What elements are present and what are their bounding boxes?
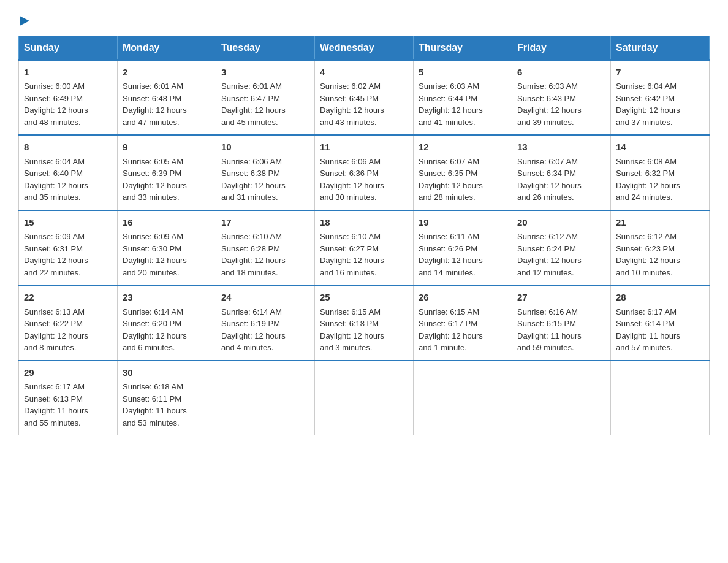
day-number: 15: [24, 216, 112, 230]
calendar-cell: 29Sunrise: 6:17 AMSunset: 6:13 PMDayligh…: [19, 361, 118, 435]
calendar-cell: 16Sunrise: 6:09 AMSunset: 6:30 PMDayligh…: [118, 210, 216, 286]
day-info: Sunrise: 6:16 AMSunset: 6:15 PMDaylight:…: [517, 307, 582, 353]
day-info: Sunrise: 6:10 AMSunset: 6:28 PMDaylight:…: [221, 232, 286, 277]
day-info: Sunrise: 6:06 AMSunset: 6:38 PMDaylight:…: [221, 157, 286, 202]
day-number: 1: [24, 66, 112, 80]
calendar-cell: 22Sunrise: 6:13 AMSunset: 6:22 PMDayligh…: [19, 285, 118, 361]
calendar-cell: 20Sunrise: 6:12 AMSunset: 6:24 PMDayligh…: [512, 210, 611, 286]
calendar-cell: 14Sunrise: 6:08 AMSunset: 6:32 PMDayligh…: [611, 135, 710, 210]
day-number: 11: [320, 140, 408, 155]
calendar-cell: 23Sunrise: 6:14 AMSunset: 6:20 PMDayligh…: [118, 285, 216, 361]
day-info: Sunrise: 6:08 AMSunset: 6:32 PMDaylight:…: [616, 157, 680, 202]
calendar-header-wednesday: Wednesday: [315, 36, 414, 60]
day-number: 20: [517, 216, 605, 230]
logo-arrow-icon: [20, 15, 32, 27]
day-number: 26: [419, 291, 507, 305]
calendar-cell: 28Sunrise: 6:17 AMSunset: 6:14 PMDayligh…: [611, 285, 710, 361]
day-number: 13: [517, 140, 605, 155]
calendar-cell: [315, 361, 414, 435]
calendar-cell: 11Sunrise: 6:06 AMSunset: 6:36 PMDayligh…: [315, 135, 414, 210]
calendar-cell: 19Sunrise: 6:11 AMSunset: 6:26 PMDayligh…: [414, 210, 512, 286]
calendar-header-saturday: Saturday: [611, 36, 710, 60]
day-info: Sunrise: 6:11 AMSunset: 6:26 PMDaylight:…: [419, 232, 483, 277]
calendar-header-row: SundayMondayTuesdayWednesdayThursdayFrid…: [19, 36, 710, 60]
day-number: 9: [123, 140, 211, 155]
calendar-cell: 2Sunrise: 6:01 AMSunset: 6:48 PMDaylight…: [118, 60, 216, 136]
day-info: Sunrise: 6:17 AMSunset: 6:13 PMDaylight:…: [24, 382, 88, 427]
day-number: 30: [123, 366, 211, 380]
day-info: Sunrise: 6:09 AMSunset: 6:31 PMDaylight:…: [24, 232, 88, 277]
calendar-cell: 21Sunrise: 6:12 AMSunset: 6:23 PMDayligh…: [611, 210, 710, 286]
day-info: Sunrise: 6:09 AMSunset: 6:30 PMDaylight:…: [123, 232, 187, 277]
calendar-week-row: 1Sunrise: 6:00 AMSunset: 6:49 PMDaylight…: [19, 60, 710, 136]
day-info: Sunrise: 6:12 AMSunset: 6:24 PMDaylight:…: [517, 232, 582, 277]
day-number: 19: [419, 216, 507, 230]
calendar-cell: 9Sunrise: 6:05 AMSunset: 6:39 PMDaylight…: [118, 135, 216, 210]
calendar-cell: 15Sunrise: 6:09 AMSunset: 6:31 PMDayligh…: [19, 210, 118, 286]
calendar-header-monday: Monday: [118, 36, 216, 60]
calendar-cell: 26Sunrise: 6:15 AMSunset: 6:17 PMDayligh…: [414, 285, 512, 361]
day-info: Sunrise: 6:07 AMSunset: 6:34 PMDaylight:…: [517, 157, 582, 202]
calendar-header-tuesday: Tuesday: [216, 36, 315, 60]
day-info: Sunrise: 6:03 AMSunset: 6:44 PMDaylight:…: [419, 82, 483, 127]
page-header: [18, 12, 710, 29]
calendar-table: SundayMondayTuesdayWednesdayThursdayFrid…: [18, 36, 710, 436]
calendar-cell: [216, 361, 315, 435]
day-info: Sunrise: 6:15 AMSunset: 6:17 PMDaylight:…: [419, 307, 483, 353]
day-number: 6: [517, 66, 605, 80]
day-number: 2: [123, 66, 211, 80]
day-number: 18: [320, 216, 408, 230]
calendar-week-row: 8Sunrise: 6:04 AMSunset: 6:40 PMDaylight…: [19, 135, 710, 210]
calendar-cell: [414, 361, 512, 435]
day-info: Sunrise: 6:00 AMSunset: 6:49 PMDaylight:…: [24, 82, 88, 127]
calendar-cell: 1Sunrise: 6:00 AMSunset: 6:49 PMDaylight…: [19, 60, 118, 136]
calendar-cell: 27Sunrise: 6:16 AMSunset: 6:15 PMDayligh…: [512, 285, 611, 361]
day-number: 29: [24, 366, 112, 380]
day-number: 23: [123, 291, 211, 305]
day-info: Sunrise: 6:01 AMSunset: 6:47 PMDaylight:…: [221, 82, 286, 127]
svg-marker-0: [20, 16, 29, 26]
day-info: Sunrise: 6:17 AMSunset: 6:14 PMDaylight:…: [616, 307, 680, 353]
day-info: Sunrise: 6:15 AMSunset: 6:18 PMDaylight:…: [320, 307, 384, 353]
day-info: Sunrise: 6:07 AMSunset: 6:35 PMDaylight:…: [419, 157, 483, 202]
calendar-week-row: 29Sunrise: 6:17 AMSunset: 6:13 PMDayligh…: [19, 361, 710, 435]
logo: [18, 12, 32, 29]
day-number: 5: [419, 66, 507, 80]
day-number: 27: [517, 291, 605, 305]
day-number: 10: [221, 140, 309, 155]
calendar-cell: 24Sunrise: 6:14 AMSunset: 6:19 PMDayligh…: [216, 285, 315, 361]
day-info: Sunrise: 6:05 AMSunset: 6:39 PMDaylight:…: [123, 157, 187, 202]
calendar-cell: [512, 361, 611, 435]
calendar-cell: [611, 361, 710, 435]
day-number: 7: [616, 66, 704, 80]
day-number: 3: [221, 66, 309, 80]
calendar-cell: 18Sunrise: 6:10 AMSunset: 6:27 PMDayligh…: [315, 210, 414, 286]
day-info: Sunrise: 6:12 AMSunset: 6:23 PMDaylight:…: [616, 232, 680, 277]
day-number: 17: [221, 216, 309, 230]
calendar-cell: 17Sunrise: 6:10 AMSunset: 6:28 PMDayligh…: [216, 210, 315, 286]
day-number: 12: [419, 140, 507, 155]
day-info: Sunrise: 6:03 AMSunset: 6:43 PMDaylight:…: [517, 82, 582, 127]
calendar-cell: 10Sunrise: 6:06 AMSunset: 6:38 PMDayligh…: [216, 135, 315, 210]
calendar-cell: 5Sunrise: 6:03 AMSunset: 6:44 PMDaylight…: [414, 60, 512, 136]
day-number: 22: [24, 291, 112, 305]
day-info: Sunrise: 6:06 AMSunset: 6:36 PMDaylight:…: [320, 157, 384, 202]
calendar-cell: 12Sunrise: 6:07 AMSunset: 6:35 PMDayligh…: [414, 135, 512, 210]
day-info: Sunrise: 6:18 AMSunset: 6:11 PMDaylight:…: [123, 382, 187, 427]
calendar-cell: 13Sunrise: 6:07 AMSunset: 6:34 PMDayligh…: [512, 135, 611, 210]
calendar-header-thursday: Thursday: [414, 36, 512, 60]
day-number: 21: [616, 216, 704, 230]
day-info: Sunrise: 6:14 AMSunset: 6:19 PMDaylight:…: [221, 307, 286, 353]
calendar-cell: 30Sunrise: 6:18 AMSunset: 6:11 PMDayligh…: [118, 361, 216, 435]
day-info: Sunrise: 6:04 AMSunset: 6:40 PMDaylight:…: [24, 157, 88, 202]
calendar-cell: 7Sunrise: 6:04 AMSunset: 6:42 PMDaylight…: [611, 60, 710, 136]
calendar-week-row: 22Sunrise: 6:13 AMSunset: 6:22 PMDayligh…: [19, 285, 710, 361]
day-number: 14: [616, 140, 704, 155]
day-info: Sunrise: 6:13 AMSunset: 6:22 PMDaylight:…: [24, 307, 88, 353]
calendar-cell: 3Sunrise: 6:01 AMSunset: 6:47 PMDaylight…: [216, 60, 315, 136]
calendar-header-sunday: Sunday: [19, 36, 118, 60]
day-number: 16: [123, 216, 211, 230]
day-info: Sunrise: 6:02 AMSunset: 6:45 PMDaylight:…: [320, 82, 384, 127]
calendar-week-row: 15Sunrise: 6:09 AMSunset: 6:31 PMDayligh…: [19, 210, 710, 286]
calendar-header-friday: Friday: [512, 36, 611, 60]
